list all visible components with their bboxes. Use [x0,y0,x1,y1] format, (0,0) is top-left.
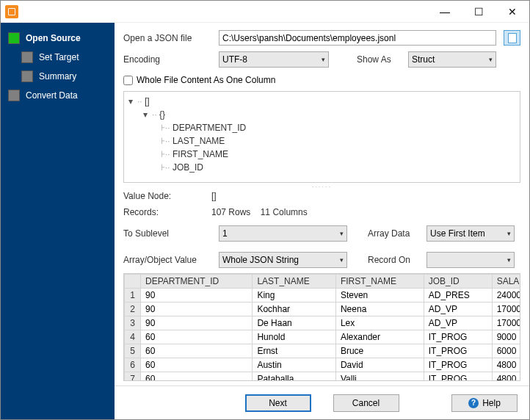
cell[interactable]: Lex [335,316,424,330]
tree-field[interactable]: JOB_ID [173,162,203,173]
cell[interactable]: Valli [335,372,424,382]
sidebar-item-label: Set Target [39,52,79,62]
cell[interactable]: IT_PROG [424,358,492,372]
tree-field[interactable]: DEPARTMENT_ID [173,123,246,133]
cell[interactable]: King [253,289,336,303]
record-on-select[interactable]: ▾ [426,252,515,268]
whole-file-checkbox[interactable] [123,76,133,85]
column-header[interactable]: SALARY [492,275,520,289]
column-header[interactable]: JOB_ID [424,275,492,289]
cell[interactable]: 60 [141,372,253,382]
cancel-button[interactable]: Cancel [333,394,399,412]
cell[interactable]: De Haan [253,316,336,330]
tree-field[interactable]: LAST_NAME [173,136,225,146]
cell[interactable]: 60 [141,330,253,344]
cell[interactable]: Steven [335,289,424,303]
table-row[interactable]: 760PataballaValliIT_PROG4800VPATABAL [125,372,521,382]
chevron-down-icon: ▾ [507,230,511,237]
preview-table-wrap[interactable]: DEPARTMENT_IDLAST_NAMEFIRST_NAMEJOB_IDSA… [123,273,520,381]
showas-select[interactable]: Struct ▾ [408,51,496,68]
row-number: 6 [125,358,141,372]
cell[interactable]: IT_PROG [424,344,492,358]
row-number: 5 [125,344,141,358]
sidebar-item-open-source[interactable]: Open Source [5,29,110,48]
row-number: 2 [125,303,141,316]
cell[interactable]: Alexander [335,330,424,344]
json-tree-pane[interactable]: ▾·· [] ▾·· {} ⊦·· DEPARTMENT_ID ⊦·· LAST… [123,91,520,183]
preview-table: DEPARTMENT_IDLAST_NAMEFIRST_NAMEJOB_IDSA… [124,274,520,381]
sidebar-item-label: Open Source [26,33,81,43]
cell[interactable]: 90 [141,289,253,303]
column-header[interactable]: FIRST_NAME [335,275,424,289]
value-node-value: [] [211,191,217,201]
cell[interactable]: 9000 [492,330,520,344]
cell[interactable]: 90 [141,303,253,316]
array-object-label: Array/Object Value [123,255,211,265]
cell[interactable]: 90 [141,316,253,330]
tree-object[interactable]: {} [159,109,165,120]
sidebar-item-set-target[interactable]: Set Target [18,48,110,67]
maximize-button[interactable]: ☐ [462,1,495,23]
splitter-grip[interactable]: ······ [123,183,520,188]
cell[interactable]: David [335,358,424,372]
table-row[interactable]: 660AustinDavidIT_PROG4800DAUSTIN [125,358,521,372]
close-button[interactable]: ✕ [495,1,529,23]
cell[interactable]: Kochhar [253,303,336,316]
cell[interactable]: AD_PRES [424,289,492,303]
sidebar-item-label: Convert Data [26,90,78,101]
cell[interactable]: IT_PROG [424,330,492,344]
cell[interactable]: Hunold [253,330,336,344]
rownum-header [125,275,141,289]
column-header[interactable]: DEPARTMENT_ID [141,275,253,289]
to-sublevel-value: 1 [222,228,228,239]
array-data-value: Use First Item [430,228,485,239]
app-icon [5,5,18,18]
sidebar-item-convert-data[interactable]: Convert Data [5,86,110,105]
array-object-value: Whole JSON String [222,255,299,265]
cell[interactable]: 60 [141,344,253,358]
cell[interactable]: AD_VP [424,303,492,316]
row-number: 3 [125,316,141,330]
table-row[interactable]: 460HunoldAlexanderIT_PROG9000AHUNOL [125,330,521,344]
cell[interactable]: Austin [253,358,336,372]
table-row[interactable]: 190KingStevenAD_PRES24000SKING [125,289,521,303]
cell[interactable]: AD_VP [424,316,492,330]
table-row[interactable]: 290KochharNeenaAD_VP17000NKOCHH [125,303,521,316]
encoding-select[interactable]: UTF-8 ▾ [219,51,329,68]
showas-value: Struct [412,54,435,65]
table-row[interactable]: 560ErnstBruceIT_PROG6000BERNST [125,344,521,358]
help-button[interactable]: ? Help [451,394,518,412]
to-sublevel-label: To Sublevel [123,228,211,239]
array-data-select[interactable]: Use First Item ▾ [426,225,515,242]
next-button[interactable]: Next [245,394,311,412]
row-number: 7 [125,372,141,382]
cell[interactable]: Bruce [335,344,424,358]
cell[interactable]: 4800 [492,372,520,382]
help-label: Help [482,398,501,408]
to-sublevel-select[interactable]: 1 ▾ [219,225,347,242]
cell[interactable]: Ernst [253,344,336,358]
cell[interactable]: Neena [335,303,424,316]
whole-file-checkbox-label: Whole File Content As One Column [137,75,275,85]
cell[interactable]: 60 [141,358,253,372]
open-file-label: Open a JSON file [123,33,211,43]
tree-root[interactable]: [] [145,96,150,106]
chevron-down-icon: ▾ [489,56,493,63]
table-row[interactable]: 390De HaanLexAD_VP17000LDEHAAN [125,316,521,330]
minimize-button[interactable]: — [428,1,462,23]
cell[interactable]: IT_PROG [424,372,492,382]
cell[interactable]: Pataballa [253,372,336,382]
sidebar-item-summary[interactable]: Summary [18,67,110,86]
column-header[interactable]: LAST_NAME [253,275,336,289]
array-object-select[interactable]: Whole JSON String ▾ [219,252,347,268]
cell[interactable]: 4800 [492,358,520,372]
cell[interactable]: 17000 [492,303,520,316]
cell[interactable]: 6000 [492,344,520,358]
step-icon [8,90,20,101]
browse-file-button[interactable] [504,30,520,46]
chevron-down-icon: ▾ [340,256,344,264]
cell[interactable]: 24000 [492,289,520,303]
tree-field[interactable]: FIRST_NAME [173,149,228,159]
file-path-input[interactable] [219,30,496,46]
cell[interactable]: 17000 [492,316,520,330]
